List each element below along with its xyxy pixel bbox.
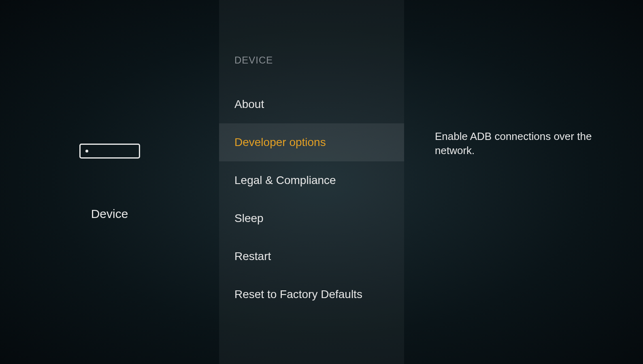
left-panel-title: Device xyxy=(91,207,128,221)
menu-item-sleep[interactable]: Sleep xyxy=(219,199,404,237)
left-panel: Device xyxy=(0,0,219,364)
menu-item-legal-compliance[interactable]: Legal & Compliance xyxy=(219,161,404,199)
settings-menu: DEVICE About Developer options Legal & C… xyxy=(219,0,404,364)
menu-item-developer-options[interactable]: Developer options xyxy=(219,123,404,161)
item-description: Enable ADB connections over the network. xyxy=(435,129,603,158)
section-header: DEVICE xyxy=(219,55,404,66)
description-panel: Enable ADB connections over the network. xyxy=(404,0,643,364)
menu-item-restart[interactable]: Restart xyxy=(219,237,404,275)
menu-item-about[interactable]: About xyxy=(219,85,404,123)
firetv-device-icon xyxy=(79,144,140,159)
menu-item-reset-factory-defaults[interactable]: Reset to Factory Defaults xyxy=(219,275,404,313)
